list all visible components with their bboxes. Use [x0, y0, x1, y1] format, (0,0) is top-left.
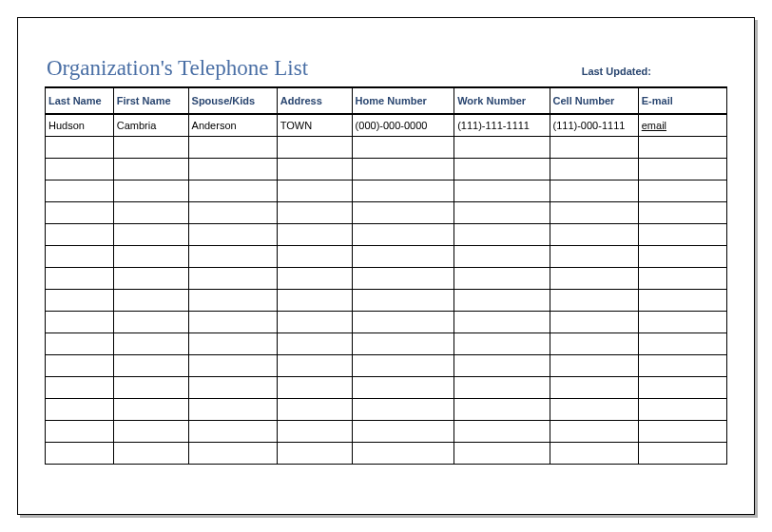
cell-empty — [277, 442, 352, 464]
cell-empty — [188, 311, 277, 332]
cell-empty — [638, 223, 726, 245]
cell-empty — [454, 332, 550, 354]
cell-empty — [46, 311, 114, 332]
cell-empty — [188, 158, 277, 180]
cell-empty — [113, 332, 188, 354]
cell-empty — [638, 442, 726, 464]
table-row-empty — [46, 245, 727, 267]
last-updated-label: Last Updated: — [582, 66, 727, 77]
cell-empty — [188, 136, 277, 158]
cell-empty — [352, 442, 454, 464]
cell-empty — [352, 311, 454, 332]
cell-empty — [352, 289, 454, 311]
table-row-empty — [46, 158, 727, 180]
col-header-firstname: First Name — [113, 87, 188, 114]
cell-empty — [113, 201, 188, 223]
cell-empty — [46, 136, 114, 158]
cell-empty — [550, 136, 638, 158]
cell-empty — [638, 180, 726, 201]
cell-empty — [638, 158, 726, 180]
cell-empty — [277, 332, 352, 354]
cell-empty — [638, 398, 726, 420]
cell-empty — [454, 223, 550, 245]
cell-empty — [550, 420, 638, 442]
table-row-empty — [46, 376, 727, 398]
cell-empty — [277, 245, 352, 267]
table-row-empty — [46, 180, 727, 201]
cell-empty — [352, 180, 454, 201]
table-body: HudsonCambriaAndersonTOWN(000)-000-0000(… — [46, 114, 727, 464]
table-row-empty — [46, 136, 727, 158]
cell-empty — [46, 201, 114, 223]
page-title: Organization's Telephone List — [47, 56, 308, 81]
cell-empty — [188, 223, 277, 245]
cell-empty — [352, 245, 454, 267]
cell-empty — [638, 289, 726, 311]
col-header-email: E-mail — [638, 87, 726, 114]
cell-empty — [113, 354, 188, 376]
table-row: HudsonCambriaAndersonTOWN(000)-000-0000(… — [46, 114, 727, 136]
cell-empty — [454, 420, 550, 442]
cell-empty — [277, 201, 352, 223]
col-header-work: Work Number — [454, 87, 550, 114]
cell-empty — [188, 420, 277, 442]
cell-empty — [454, 136, 550, 158]
cell-empty — [277, 223, 352, 245]
cell-empty — [113, 267, 188, 289]
cell-empty — [188, 398, 277, 420]
cell-home: (000)-000-0000 — [352, 114, 454, 136]
cell-empty — [277, 354, 352, 376]
cell-empty — [188, 180, 277, 201]
cell-empty — [188, 376, 277, 398]
cell-empty — [550, 354, 638, 376]
cell-address: TOWN — [277, 114, 352, 136]
cell-empty — [113, 289, 188, 311]
table-row-empty — [46, 354, 727, 376]
cell-empty — [113, 420, 188, 442]
cell-empty — [454, 442, 550, 464]
cell-empty — [638, 136, 726, 158]
col-header-spouse: Spouse/Kids — [188, 87, 277, 114]
cell-empty — [277, 311, 352, 332]
cell-empty — [454, 158, 550, 180]
cell-empty — [188, 245, 277, 267]
table-row-empty — [46, 201, 727, 223]
table-row-empty — [46, 223, 727, 245]
cell-empty — [454, 398, 550, 420]
cell-empty — [46, 289, 114, 311]
table-header-row: Last Name First Name Spouse/Kids Address… — [46, 87, 727, 114]
col-header-lastname: Last Name — [46, 87, 114, 114]
cell-empty — [46, 180, 114, 201]
cell-empty — [113, 223, 188, 245]
cell-empty — [46, 398, 114, 420]
cell-empty — [638, 311, 726, 332]
cell-empty — [46, 442, 114, 464]
cell-empty — [46, 332, 114, 354]
cell-empty — [46, 376, 114, 398]
cell-empty — [277, 376, 352, 398]
cell-empty — [46, 158, 114, 180]
cell-empty — [188, 289, 277, 311]
cell-empty — [188, 332, 277, 354]
email-link[interactable]: email — [642, 120, 666, 131]
cell-work: (111)-111-1111 — [454, 114, 550, 136]
cell-empty — [46, 223, 114, 245]
cell-spouse: Anderson — [188, 114, 277, 136]
cell-empty — [638, 267, 726, 289]
telephone-table: Last Name First Name Spouse/Kids Address… — [45, 86, 727, 465]
cell-empty — [638, 332, 726, 354]
header: Organization's Telephone List Last Updat… — [45, 56, 727, 81]
table-row-empty — [46, 289, 727, 311]
cell-empty — [550, 289, 638, 311]
cell-empty — [454, 267, 550, 289]
table-row-empty — [46, 311, 727, 332]
cell-empty — [454, 311, 550, 332]
cell-empty — [113, 180, 188, 201]
col-header-address: Address — [277, 87, 352, 114]
cell-firstname: Cambria — [113, 114, 188, 136]
cell-empty — [352, 158, 454, 180]
cell-cell: (111)-000-1111 — [550, 114, 638, 136]
cell-empty — [352, 354, 454, 376]
table-row-empty — [46, 442, 727, 464]
cell-empty — [352, 136, 454, 158]
